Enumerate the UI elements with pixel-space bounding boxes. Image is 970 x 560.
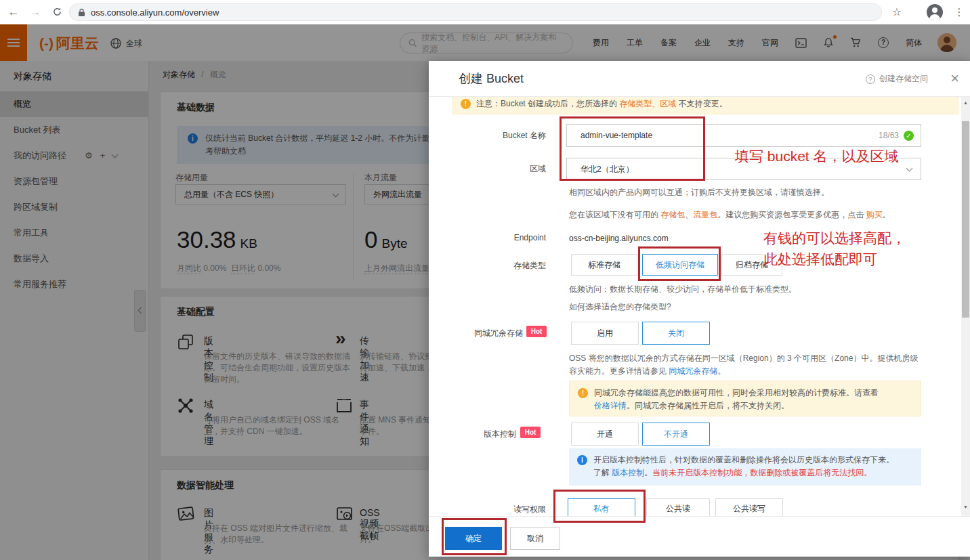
zrs-enable[interactable]: 启用 [571,322,639,345]
acl-public-read-write[interactable]: 公共读写 [715,498,783,516]
annotation-rect-confirm [442,518,507,555]
annotation-rect-name-region [560,116,705,181]
endpoint-label: Endpoint [429,233,546,242]
browser-forward-icon[interactable]: → [26,0,45,24]
valid-check-icon: ✓ [904,131,914,141]
acl-public-read[interactable]: 公共读 [646,498,710,516]
storage-package-link[interactable]: 存储包 [660,210,685,219]
storage-type-note: 低频访问：数据长期存储、较少访问，存储单价低于标准类型。 [569,284,797,295]
create-bucket-help-link[interactable]: ? 创建存储空间 [866,61,928,97]
traffic-package-link[interactable]: 流量包 [693,210,717,219]
warning-text: 注意：Bucket 创建成功后，您所选择的 [476,99,619,108]
zrs-warning-line1: 同城冗余存储能提高您的数据可用性，同时会采用相对较高的计费标准。请查看 [594,387,879,399]
versioning-label: 版本控制 [429,429,516,440]
browser-chrome: ← → oss.console.aliyun.com/overview ☆ ⋮ [0,0,970,24]
warning-icon: ! [461,99,471,109]
versioning-info-line1: 开启版本控制特性后，针对数据的覆盖和删除操作将会以历史版本的形式保存下来。 [593,454,894,466]
annotation-text-storage-type: 有钱的可以选择高配， 此处选择低配即可 [763,228,906,270]
address-bar[interactable]: oss.console.aliyun.com/overview [69,3,882,21]
annotation-rect-acl [553,490,646,523]
scroll-down-icon[interactable]: ▼ [961,504,970,509]
versioning-info-line2: 了解 版本控制。当前未开启版本控制功能，数据删除或被覆盖后将无法找回。 [593,467,872,479]
browser-reload-icon[interactable] [47,0,66,24]
dialog-footer: 确定 取消 [429,516,970,557]
close-icon[interactable]: × [950,70,959,87]
chevron-down-icon [906,165,913,172]
versioning-disable[interactable]: 不开通 [642,423,710,446]
acl-label: 读写权限 [429,504,546,515]
zrs-disable[interactable]: 关闭 [642,322,710,345]
versioning-doc-link[interactable]: 版本控制 [612,468,644,477]
region-label: 区域 [429,163,546,175]
scrollbar-thumb[interactable] [962,121,969,318]
help-link-label: 创建存储空间 [879,73,928,85]
region-note: 相同区域内的产品内网可以互通；订购后不支持更换区域，请谨慎选择。 [569,187,829,198]
bucket-name-label: Bucket 名称 [429,130,546,142]
storage-type-help-link[interactable]: 如何选择适合您的存储类型? [569,301,671,312]
annotation-rect-storage-type [638,246,721,281]
help-circle-icon: ? [866,74,875,84]
storage-type-standard[interactable]: 标准存储 [571,254,637,276]
versioning-info-banner: i 开启版本控制特性后，针对数据的覆盖和删除操作将会以历史版本的形式保存下来。 … [569,448,921,486]
browser-back-icon[interactable]: ← [4,0,23,24]
buy-link[interactable]: 购买 [866,210,883,219]
hot-badge: Hot [520,427,541,438]
zrs-note-line2: 容灾能力。更多详情请参见 同城冗余存储。 [569,366,725,376]
warning-icon: ! [578,388,588,398]
annotation-text-name-region: 填写 bucket 名，以及区域 [735,147,899,166]
lock-icon [78,8,85,17]
warning-em: 存储类型、区域 [619,99,676,108]
cancel-button[interactable]: 取消 [510,527,560,550]
dialog-title: 创建 Bucket [459,61,524,97]
zrs-doc-link[interactable]: 同城冗余存储 [669,366,717,376]
hot-badge: Hot [526,326,547,337]
bookmark-star-icon[interactable]: ☆ [887,0,906,24]
browser-avatar[interactable] [927,4,943,20]
create-bucket-dialog: 创建 Bucket ? 创建存储空间 × ! 注意：Bucket 创建成功后，您… [429,61,970,557]
endpoint-value: oss-cn-beijing.aliyuncs.com [569,233,669,244]
dialog-header: 创建 Bucket ? 创建存储空间 × [429,61,970,97]
zrs-label: 同城冗余存储 [429,328,523,339]
price-detail-link[interactable]: 价格详情 [594,401,627,410]
info-icon: i [577,455,587,465]
zrs-warning-line2: 价格详情。同城冗余存储属性开启后，将不支持关闭。 [594,400,789,412]
dialog-scrollbar[interactable]: ▲ ▼ [961,97,970,516]
browser-menu-icon[interactable]: ⋮ [950,0,969,24]
package-note: 您在该区域下没有可用的 存储包、流量包。建议您购买资源包享受更多优惠，点击 购买… [569,209,891,220]
zrs-warning-banner: ! 同城冗余存储能提高您的数据可用性，同时会采用相对较高的计费标准。请查看 价格… [569,381,921,416]
top-warning-banner: ! 注意：Bucket 创建成功后，您所选择的 存储类型、区域 不支持变更。 [452,97,958,114]
screen: ← → oss.console.aliyun.com/overview ☆ ⋮ … [0,0,970,560]
bucket-name-counter: 18/63 [879,125,899,146]
zrs-note-line1: OSS 将您的数据以冗余的方式存储在同一区域（Region）的 3 个可用区（Z… [569,353,918,364]
url-text: oss.console.aliyun.com/overview [91,7,219,18]
storage-type-label: 存储类型 [429,260,546,272]
scroll-up-icon[interactable]: ▲ [961,100,970,105]
versioning-enable[interactable]: 开通 [571,423,639,446]
warning-text2: 不支持变更。 [676,99,727,108]
